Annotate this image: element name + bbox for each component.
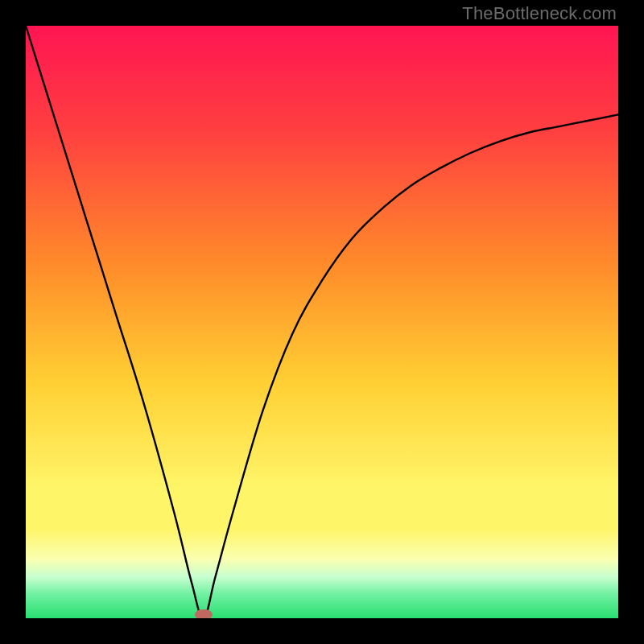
curve-minimum-marker [195, 609, 213, 618]
bottleneck-curve [26, 26, 618, 618]
watermark-label: TheBottleneck.com [462, 3, 617, 24]
plot-area [26, 26, 618, 618]
chart-frame: TheBottleneck.com [0, 0, 644, 644]
